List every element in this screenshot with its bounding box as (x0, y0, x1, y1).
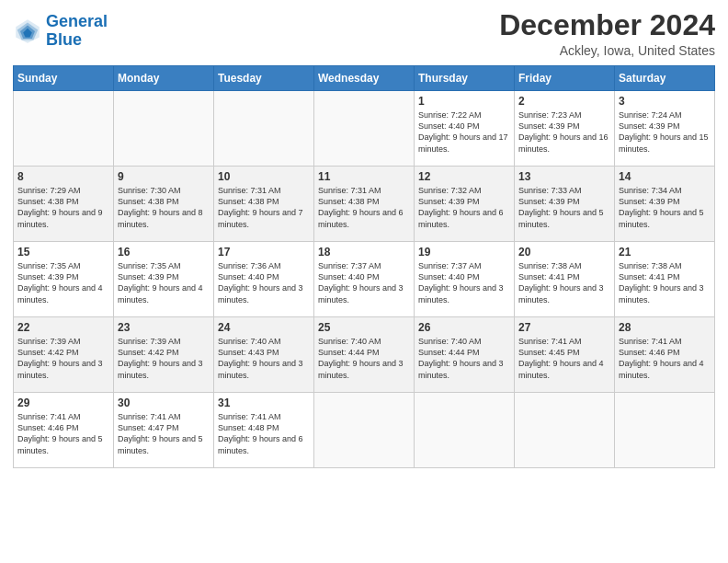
day-number: 10 (218, 170, 310, 183)
day-number: 2 (518, 95, 610, 108)
day-info: Sunrise: 7:33 AMSunset: 4:39 PMDaylight:… (518, 185, 610, 230)
day-number: 25 (318, 321, 410, 334)
calendar-cell: 30Sunrise: 7:41 AMSunset: 4:47 PMDayligh… (114, 393, 214, 468)
day-number: 22 (17, 321, 109, 334)
day-info: Sunrise: 7:29 AMSunset: 4:38 PMDaylight:… (17, 185, 109, 230)
day-number: 12 (418, 170, 510, 183)
day-info: Sunrise: 7:35 AMSunset: 4:39 PMDaylight:… (118, 260, 210, 305)
col-tuesday: Tuesday (214, 66, 314, 91)
day-number: 3 (619, 95, 711, 108)
day-info: Sunrise: 7:35 AMSunset: 4:39 PMDaylight:… (17, 260, 109, 305)
calendar-cell: 12Sunrise: 7:32 AMSunset: 4:39 PMDayligh… (415, 167, 515, 242)
col-wednesday: Wednesday (314, 66, 415, 91)
day-info: Sunrise: 7:31 AMSunset: 4:38 PMDaylight:… (318, 185, 410, 230)
day-info: Sunrise: 7:38 AMSunset: 4:41 PMDaylight:… (619, 260, 711, 305)
day-info: Sunrise: 7:41 AMSunset: 4:48 PMDaylight:… (218, 411, 310, 456)
month-title: December 2024 (499, 9, 715, 41)
calendar-cell: 28Sunrise: 7:41 AMSunset: 4:46 PMDayligh… (615, 317, 715, 393)
calendar-cell: 1Sunrise: 7:22 AMSunset: 4:40 PMDaylight… (415, 91, 515, 167)
col-thursday: Thursday (415, 66, 515, 91)
calendar-cell: 20Sunrise: 7:38 AMSunset: 4:41 PMDayligh… (515, 242, 615, 317)
day-info: Sunrise: 7:41 AMSunset: 4:47 PMDaylight:… (118, 411, 210, 456)
day-number: 30 (118, 396, 210, 409)
col-monday: Monday (114, 66, 214, 91)
title-block: December 2024 Ackley, Iowa, United State… (499, 9, 715, 58)
day-number: 11 (318, 170, 410, 183)
day-info: Sunrise: 7:40 AMSunset: 4:44 PMDaylight:… (318, 336, 410, 381)
day-info: Sunrise: 7:31 AMSunset: 4:38 PMDaylight:… (218, 185, 310, 230)
col-friday: Friday (515, 66, 615, 91)
day-info: Sunrise: 7:30 AMSunset: 4:38 PMDaylight:… (118, 185, 210, 230)
day-info: Sunrise: 7:24 AMSunset: 4:39 PMDaylight:… (619, 109, 711, 155)
day-number: 13 (518, 170, 610, 183)
day-number: 31 (218, 396, 310, 409)
day-number: 27 (518, 321, 610, 334)
calendar-cell: 9Sunrise: 7:30 AMSunset: 4:38 PMDaylight… (114, 167, 214, 242)
day-number: 17 (218, 246, 310, 259)
day-number: 14 (619, 170, 711, 183)
day-info: Sunrise: 7:32 AMSunset: 4:39 PMDaylight:… (418, 185, 510, 230)
day-number: 18 (318, 246, 410, 259)
week-row-1: 1Sunrise: 7:22 AMSunset: 4:40 PMDaylight… (14, 91, 715, 167)
day-info: Sunrise: 7:22 AMSunset: 4:40 PMDaylight:… (418, 109, 510, 155)
calendar-cell: 19Sunrise: 7:37 AMSunset: 4:40 PMDayligh… (415, 242, 515, 317)
calendar-cell: 10Sunrise: 7:31 AMSunset: 4:38 PMDayligh… (214, 167, 314, 242)
day-info: Sunrise: 7:37 AMSunset: 4:40 PMDaylight:… (318, 260, 410, 305)
calendar-cell (114, 91, 214, 167)
day-number: 21 (619, 246, 711, 259)
day-number: 20 (518, 246, 610, 259)
calendar-cell: 2Sunrise: 7:23 AMSunset: 4:39 PMDaylight… (515, 91, 615, 167)
day-number: 16 (118, 246, 210, 259)
col-saturday: Saturday (615, 66, 715, 91)
week-row-5: 29Sunrise: 7:41 AMSunset: 4:46 PMDayligh… (14, 393, 715, 468)
day-number: 28 (619, 321, 711, 334)
calendar-cell (415, 393, 515, 468)
calendar-cell: 24Sunrise: 7:40 AMSunset: 4:43 PMDayligh… (214, 317, 314, 393)
day-info: Sunrise: 7:37 AMSunset: 4:40 PMDaylight:… (418, 260, 510, 305)
day-number: 26 (418, 321, 510, 334)
day-number: 9 (118, 170, 210, 183)
calendar-cell: 25Sunrise: 7:40 AMSunset: 4:44 PMDayligh… (314, 317, 415, 393)
day-info: Sunrise: 7:39 AMSunset: 4:42 PMDaylight:… (118, 336, 210, 381)
calendar-cell: 26Sunrise: 7:40 AMSunset: 4:44 PMDayligh… (415, 317, 515, 393)
calendar-cell: 16Sunrise: 7:35 AMSunset: 4:39 PMDayligh… (114, 242, 214, 317)
day-info: Sunrise: 7:23 AMSunset: 4:39 PMDaylight:… (518, 109, 610, 155)
calendar-cell: 21Sunrise: 7:38 AMSunset: 4:41 PMDayligh… (615, 242, 715, 317)
logo-text: General Blue (46, 13, 108, 50)
day-info: Sunrise: 7:40 AMSunset: 4:44 PMDaylight:… (418, 336, 510, 381)
week-row-4: 22Sunrise: 7:39 AMSunset: 4:42 PMDayligh… (14, 317, 715, 393)
calendar-cell: 17Sunrise: 7:36 AMSunset: 4:40 PMDayligh… (214, 242, 314, 317)
day-number: 29 (17, 396, 109, 409)
calendar-cell (214, 91, 314, 167)
day-number: 19 (418, 246, 510, 259)
day-number: 8 (17, 170, 109, 183)
calendar-cell: 18Sunrise: 7:37 AMSunset: 4:40 PMDayligh… (314, 242, 415, 317)
page-container: General Blue December 2024 Ackley, Iowa,… (0, 0, 728, 477)
calendar-cell (515, 393, 615, 468)
day-number: 24 (218, 321, 310, 334)
day-info: Sunrise: 7:40 AMSunset: 4:43 PMDaylight:… (218, 336, 310, 381)
calendar-cell (14, 91, 114, 167)
calendar-cell: 11Sunrise: 7:31 AMSunset: 4:38 PMDayligh… (314, 167, 415, 242)
day-info: Sunrise: 7:38 AMSunset: 4:41 PMDaylight:… (518, 260, 610, 305)
location: Ackley, Iowa, United States (499, 43, 715, 58)
day-info: Sunrise: 7:39 AMSunset: 4:42 PMDaylight:… (17, 336, 109, 381)
day-number: 1 (418, 95, 510, 108)
calendar-cell: 31Sunrise: 7:41 AMSunset: 4:48 PMDayligh… (214, 393, 314, 468)
day-number: 23 (118, 321, 210, 334)
logo-icon (13, 17, 42, 46)
calendar-cell (615, 393, 715, 468)
day-info: Sunrise: 7:36 AMSunset: 4:40 PMDaylight:… (218, 260, 310, 305)
logo-blue: Blue (46, 30, 82, 49)
col-sunday: Sunday (14, 66, 114, 91)
calendar-cell: 29Sunrise: 7:41 AMSunset: 4:46 PMDayligh… (14, 393, 114, 468)
calendar-cell: 15Sunrise: 7:35 AMSunset: 4:39 PMDayligh… (14, 242, 114, 317)
calendar-cell (314, 393, 415, 468)
day-number: 15 (17, 246, 109, 259)
calendar-cell: 22Sunrise: 7:39 AMSunset: 4:42 PMDayligh… (14, 317, 114, 393)
week-row-3: 15Sunrise: 7:35 AMSunset: 4:39 PMDayligh… (14, 242, 715, 317)
logo-general: General (46, 12, 108, 30)
logo: General Blue (13, 13, 108, 50)
day-info: Sunrise: 7:34 AMSunset: 4:39 PMDaylight:… (619, 185, 711, 230)
header-row: Sunday Monday Tuesday Wednesday Thursday… (14, 66, 715, 91)
